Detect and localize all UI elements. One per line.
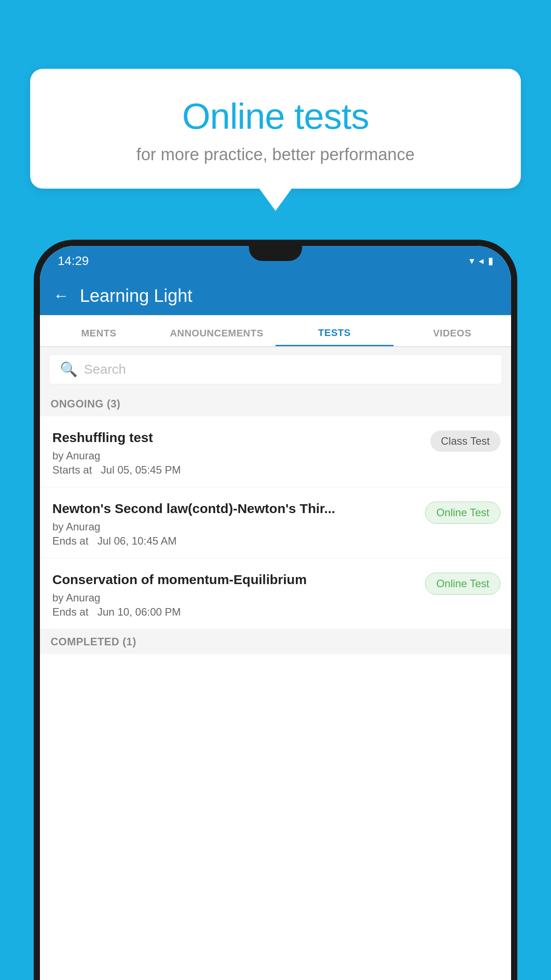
status-icons: ▾ ◂ ▮ <box>469 255 493 267</box>
test-item-reshuffling[interactable]: Reshuffling test by Anurag Starts at Jul… <box>40 416 511 487</box>
completed-section-label: COMPLETED (1) <box>40 629 511 654</box>
test-date-2: Ends at Jul 06, 10:45 AM <box>52 535 418 547</box>
wifi-icon: ▾ <box>469 255 474 267</box>
search-placeholder: Search <box>84 362 126 377</box>
phone-notch <box>249 246 302 261</box>
test-item-newtons[interactable]: Newton's Second law(contd)-Newton's Thir… <box>40 487 511 558</box>
test-author-1: by Anurag <box>52 450 423 462</box>
battery-icon: ▮ <box>488 255 493 267</box>
test-badge-2: Online Test <box>425 502 500 524</box>
phone-mockup: 14:29 ▾ ◂ ▮ ← Learning Light MENTS ANNOU… <box>34 240 517 980</box>
bubble-title: Online tests <box>57 95 494 137</box>
tab-announcements[interactable]: ANNOUNCEMENTS <box>158 328 276 346</box>
test-author-2: by Anurag <box>52 521 418 533</box>
bubble-subtitle: for more practice, better performance <box>57 145 494 164</box>
tab-tests[interactable]: TESTS <box>276 327 394 346</box>
signal-icon: ◂ <box>479 255 484 267</box>
test-item-left-1: Reshuffling test by Anurag Starts at Jul… <box>52 429 430 476</box>
speech-bubble: Online tests for more practice, better p… <box>30 69 521 189</box>
test-item-conservation[interactable]: Conservation of momentum-Equilibrium by … <box>40 558 511 629</box>
test-name-3: Conservation of momentum-Equilibrium <box>52 571 418 588</box>
search-icon: 🔍 <box>60 361 78 378</box>
status-time: 14:29 <box>58 254 89 268</box>
speech-bubble-container: Online tests for more practice, better p… <box>30 69 521 211</box>
app-header: ← Learning Light <box>40 276 511 315</box>
test-date-1: Starts at Jul 05, 05:45 PM <box>52 464 423 476</box>
test-name-1: Reshuffling test <box>52 429 423 446</box>
test-item-left-3: Conservation of momentum-Equilibrium by … <box>52 571 425 618</box>
ongoing-section-label: ONGOING (3) <box>40 391 511 416</box>
search-bar[interactable]: 🔍 Search <box>49 354 502 384</box>
tab-ments[interactable]: MENTS <box>40 328 158 346</box>
test-date-3: Ends at Jun 10, 06:00 PM <box>52 606 418 618</box>
test-name-2: Newton's Second law(contd)-Newton's Thir… <box>52 500 418 517</box>
test-badge-1: Class Test <box>430 431 500 452</box>
tab-videos[interactable]: VIDEOS <box>394 328 512 346</box>
search-bar-wrapper: 🔍 Search <box>40 347 511 391</box>
test-author-3: by Anurag <box>52 592 418 604</box>
test-badge-3: Online Test <box>425 573 500 595</box>
speech-bubble-tail <box>259 188 292 211</box>
app-title: Learning Light <box>80 286 193 306</box>
test-item-left-2: Newton's Second law(contd)-Newton's Thir… <box>52 500 425 547</box>
tabs-bar: MENTS ANNOUNCEMENTS TESTS VIDEOS <box>40 315 511 347</box>
back-button[interactable]: ← <box>53 286 69 305</box>
phone-screen: 14:29 ▾ ◂ ▮ ← Learning Light MENTS ANNOU… <box>40 246 511 980</box>
